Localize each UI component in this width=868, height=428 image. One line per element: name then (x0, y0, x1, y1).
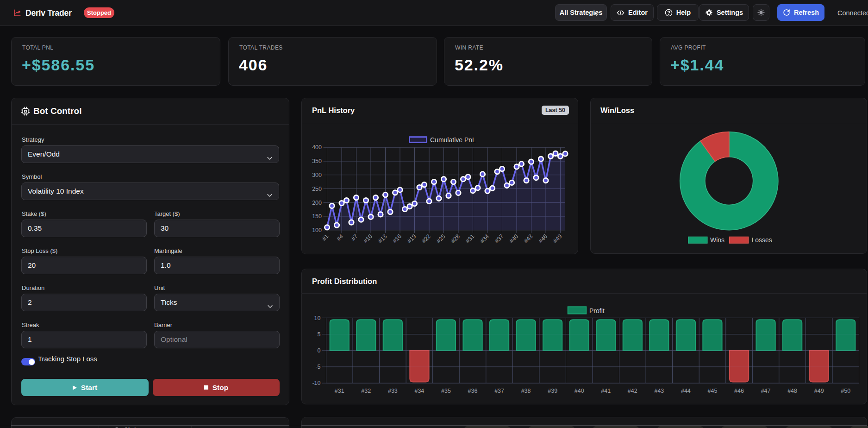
svg-text:#41: #41 (601, 388, 611, 394)
svg-text:#40: #40 (508, 233, 519, 245)
svg-text:#32: #32 (361, 388, 371, 394)
svg-text:#4: #4 (335, 233, 344, 242)
svg-text:#36: #36 (468, 388, 478, 394)
svg-text:0: 0 (318, 347, 321, 354)
svg-text:150: 150 (312, 213, 322, 220)
svg-text:#31: #31 (335, 388, 344, 394)
svg-text:#25: #25 (435, 233, 447, 245)
svg-text:#44: #44 (681, 388, 691, 394)
svg-text:Losses: Losses (751, 236, 772, 244)
svg-text:300: 300 (312, 172, 322, 178)
svg-text:#43: #43 (523, 233, 534, 245)
svg-text:-10: -10 (312, 380, 320, 386)
svg-text:5: 5 (318, 331, 321, 338)
svg-text:#42: #42 (628, 388, 637, 394)
svg-text:#10: #10 (362, 233, 374, 245)
svg-text:#31: #31 (464, 233, 476, 245)
svg-text:100: 100 (312, 227, 322, 233)
svg-text:#16: #16 (391, 233, 403, 245)
svg-text:#19: #19 (406, 233, 418, 245)
svg-text:#43: #43 (654, 388, 664, 394)
svg-text:#40: #40 (575, 388, 584, 394)
svg-text:#22: #22 (420, 233, 432, 245)
svg-text:#46: #46 (537, 233, 549, 245)
svg-text:#37: #37 (494, 388, 504, 394)
svg-text:Profit: Profit (589, 307, 605, 315)
svg-text:#45: #45 (708, 388, 718, 394)
svg-text:#7: #7 (350, 233, 359, 242)
svg-text:#48: #48 (787, 388, 797, 394)
svg-text:10: 10 (314, 315, 321, 321)
svg-text:#28: #28 (450, 233, 461, 245)
svg-text:#34: #34 (479, 233, 490, 245)
svg-text:#49: #49 (814, 388, 824, 394)
svg-text:#13: #13 (377, 233, 388, 245)
svg-text:#38: #38 (521, 388, 531, 394)
svg-text:#37: #37 (493, 233, 505, 245)
svg-text:Wins: Wins (710, 236, 724, 244)
svg-text:#47: #47 (761, 388, 771, 394)
svg-text:250: 250 (312, 186, 322, 192)
svg-text:#34: #34 (414, 388, 424, 394)
svg-text:#1: #1 (321, 233, 330, 242)
svg-text:400: 400 (312, 144, 322, 151)
svg-text:200: 200 (312, 200, 322, 206)
svg-text:#50: #50 (841, 388, 850, 394)
svg-text:350: 350 (312, 158, 322, 164)
svg-text:#35: #35 (441, 388, 451, 394)
svg-text:-5: -5 (315, 364, 320, 370)
svg-text:#33: #33 (388, 388, 398, 394)
svg-text:Cumulative PnL: Cumulative PnL (430, 136, 476, 144)
svg-text:#46: #46 (734, 388, 744, 394)
svg-text:#49: #49 (552, 233, 563, 245)
svg-text:#39: #39 (548, 388, 557, 394)
